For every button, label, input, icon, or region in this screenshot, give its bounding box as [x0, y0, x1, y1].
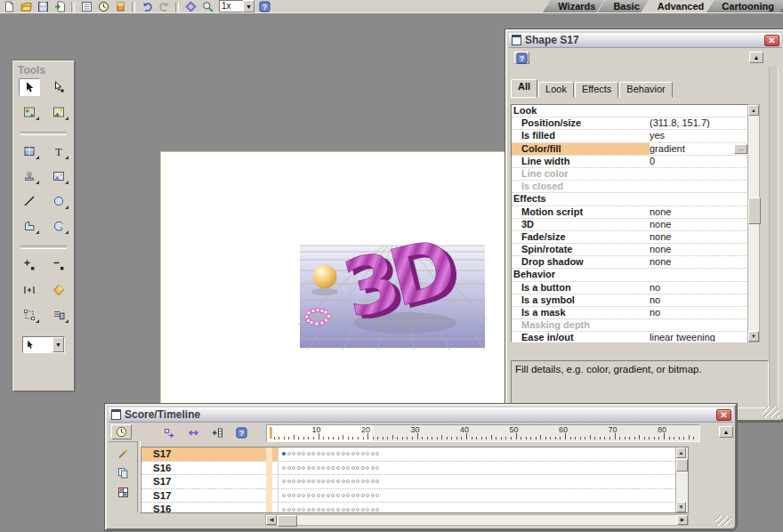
text-tool[interactable]: T — [48, 142, 69, 160]
timeline-row-label[interactable]: S16 — [141, 462, 278, 475]
timeline-row-frames[interactable] — [278, 503, 688, 513]
close-icon[interactable]: ✕ — [716, 409, 731, 421]
keyframe-dot[interactable] — [351, 466, 355, 470]
keyframe-dot[interactable] — [361, 494, 365, 497]
scroll-left-icon[interactable]: ◀ — [266, 515, 277, 525]
timeline-hscrollbar[interactable]: ◀ ▶ — [265, 514, 689, 526]
keyframe-dot[interactable] — [361, 452, 365, 455]
keyframe-dot[interactable] — [287, 466, 291, 470]
keyframe-dot[interactable] — [371, 508, 375, 512]
keyframe-dot[interactable] — [287, 452, 291, 455]
redo-button[interactable] — [157, 0, 171, 12]
clock-icon[interactable] — [111, 424, 132, 439]
keyframe-dot[interactable] — [292, 452, 295, 455]
timeline-row-frames[interactable] — [278, 447, 688, 461]
property-row[interactable]: Ease in/out linear tweening — [512, 332, 748, 343]
resize-grip[interactable] — [715, 516, 731, 526]
timeline-row[interactable]: S17 — [141, 489, 688, 504]
keyframe-dot[interactable] — [371, 466, 375, 470]
board-tool[interactable] — [19, 142, 40, 160]
cursor-combo-dropdown-button[interactable]: ▼ — [52, 337, 64, 352]
keyframe-dot[interactable] — [371, 494, 375, 497]
keyframe-dot[interactable] — [327, 466, 330, 470]
save-button[interactable] — [36, 0, 50, 12]
help-button[interactable]: ? — [232, 425, 250, 439]
keyframe-dot[interactable] — [321, 480, 325, 483]
keyframe-dot[interactable] — [311, 466, 315, 470]
new-file-button[interactable] — [2, 0, 16, 12]
transform-tool[interactable] — [19, 306, 40, 324]
property-row[interactable]: Is closed — [512, 181, 748, 193]
scene-tool[interactable] — [19, 103, 40, 121]
keyframe-dot[interactable] — [356, 466, 359, 470]
line-tool[interactable] — [19, 192, 40, 210]
tab-advanced[interactable]: Advanced — [649, 0, 714, 12]
add-point-tool[interactable] — [19, 256, 40, 274]
scroll-down-icon[interactable]: ▼ — [676, 502, 686, 512]
keyframe-dot[interactable] — [297, 480, 301, 483]
keyframe-dot[interactable] — [327, 452, 330, 455]
property-row[interactable]: Color/fill gradient ... — [512, 143, 748, 156]
timeline-row[interactable]: S16 — [141, 503, 688, 513]
keyframe-dot[interactable] — [336, 508, 340, 512]
keyframe-dot[interactable] — [346, 494, 350, 497]
keyframe-dot[interactable] — [336, 494, 340, 497]
keyframe-dot[interactable] — [321, 466, 325, 470]
keyframe-dot[interactable] — [375, 466, 379, 470]
image-tool[interactable] — [48, 167, 69, 185]
order-tool[interactable] — [48, 306, 69, 324]
keyframe-dot[interactable] — [292, 508, 295, 512]
property-row[interactable]: Is a mask no — [512, 307, 748, 319]
timeline-titlebar[interactable]: Score/Timeline ✕ — [109, 407, 733, 423]
keyframe-dot[interactable] — [331, 466, 335, 470]
keyframe-dot[interactable] — [282, 452, 286, 455]
keyframe-dot[interactable] — [317, 480, 320, 483]
keyframe-dot[interactable] — [346, 466, 350, 470]
canvas-artwork[interactable]: 3D 3D — [298, 230, 487, 350]
shape-window-titlebar[interactable]: Shape S17 ✕ — [509, 33, 781, 48]
keyframe-dot[interactable] — [317, 452, 320, 455]
scroll-down-icon[interactable]: ▼ — [748, 331, 759, 342]
keyframe-dot[interactable] — [336, 480, 340, 483]
keyframe-dot[interactable] — [375, 508, 379, 512]
insert-point-tool[interactable] — [19, 281, 40, 299]
keyframe-dot[interactable] — [302, 480, 305, 483]
keyframe-dot[interactable] — [282, 508, 286, 512]
keyframe-dot[interactable] — [297, 466, 301, 470]
keyframe-dot[interactable] — [356, 508, 359, 512]
insert-frame-button[interactable] — [208, 425, 226, 439]
keyframe-dot[interactable] — [356, 452, 359, 455]
keyframe-dot[interactable] — [297, 508, 301, 512]
copy-button[interactable] — [113, 465, 133, 480]
close-icon[interactable]: ✕ — [764, 35, 779, 46]
keyframe-dot[interactable] — [321, 508, 325, 512]
chevron-down-icon[interactable]: ▼ — [243, 0, 254, 12]
tab-effects[interactable]: Effects — [575, 82, 618, 98]
scroll-up-icon[interactable]: ▲ — [748, 105, 759, 116]
properties-doc-button[interactable] — [79, 0, 93, 12]
keyframe-dot[interactable] — [287, 508, 291, 512]
keyframe-dot[interactable] — [331, 508, 335, 512]
keyframe-dot[interactable] — [346, 480, 350, 483]
keyframe-dot[interactable] — [321, 452, 325, 455]
keyframe-dot[interactable] — [327, 480, 330, 483]
import-button[interactable] — [52, 0, 67, 12]
timeline-row-label[interactable]: S16 — [141, 503, 278, 513]
curve-tool[interactable] — [48, 217, 69, 235]
property-row[interactable]: Motion script none — [512, 206, 748, 219]
keyframe-dot[interactable] — [342, 494, 345, 497]
keyframe-dot[interactable] — [311, 452, 315, 455]
keyframe-dot[interactable] — [361, 480, 365, 483]
keyframe-dot[interactable] — [287, 494, 291, 497]
keyframe-dot[interactable] — [351, 452, 355, 455]
scrollbar-thumb[interactable] — [278, 515, 297, 527]
keyframe-dot[interactable] — [361, 466, 365, 470]
property-row[interactable]: 3D none — [512, 219, 748, 231]
keyframe-step-button[interactable] — [160, 425, 178, 439]
property-row[interactable]: Is filled yes — [512, 130, 748, 142]
keyframe-dot[interactable] — [302, 508, 305, 512]
timeline-row[interactable]: S16 — [141, 462, 688, 476]
resize-grip[interactable] — [763, 407, 779, 417]
keyframe-dot[interactable] — [346, 508, 350, 512]
keyframe-dot[interactable] — [297, 452, 301, 455]
